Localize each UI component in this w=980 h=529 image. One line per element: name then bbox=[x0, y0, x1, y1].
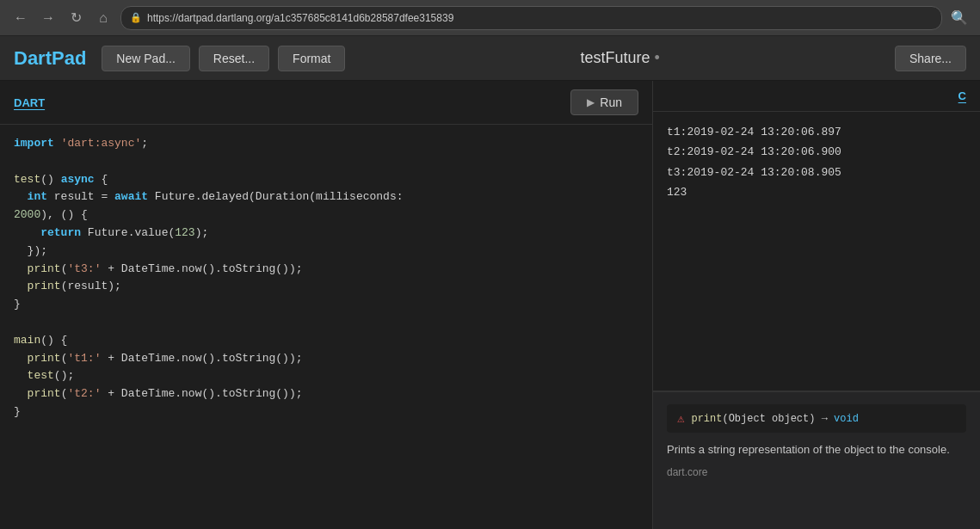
home-button[interactable]: ⌂ bbox=[93, 8, 114, 28]
dart-tab[interactable]: DART bbox=[14, 96, 45, 109]
url-text: https://dartpad.dartlang.org/a1c357685c8… bbox=[147, 12, 453, 24]
share-button[interactable]: Share... bbox=[895, 46, 966, 71]
code-line: 2000), () { bbox=[14, 206, 638, 225]
docs-description: Prints a string representation of the ob… bbox=[667, 441, 966, 459]
code-editor[interactable]: import 'dart:async'; test() async { int … bbox=[0, 125, 652, 529]
code-line: } bbox=[14, 296, 638, 314]
code-panel-header: DART ▶ Run bbox=[0, 81, 652, 125]
code-line: test() async { bbox=[14, 171, 638, 189]
output-line-1: t1:2019-02-24 13:20:06.897 bbox=[667, 122, 966, 142]
new-pad-button[interactable]: New Pad... bbox=[102, 46, 189, 71]
code-line: print(result); bbox=[14, 278, 638, 296]
code-line: int result = await Future.delayed(Durati… bbox=[14, 188, 638, 206]
right-panel: C t1:2019-02-24 13:20:06.897 t2:2019-02-… bbox=[653, 81, 980, 529]
code-line: main() { bbox=[14, 332, 638, 350]
code-line: print('t1:' + DateTime.now().toString())… bbox=[14, 350, 638, 368]
back-button[interactable]: ← bbox=[10, 8, 31, 28]
code-line bbox=[14, 153, 638, 171]
code-line: import 'dart:async'; bbox=[14, 135, 638, 153]
docs-return-type: void bbox=[834, 413, 859, 425]
right-panel-header: C bbox=[653, 81, 980, 112]
refresh-button[interactable]: ↻ bbox=[65, 8, 86, 28]
reset-button[interactable]: Reset... bbox=[199, 46, 269, 71]
code-line: print('t3:' + DateTime.now().toString())… bbox=[14, 261, 638, 279]
code-line: print('t2:' + DateTime.now().toString())… bbox=[14, 385, 638, 403]
browser-search-button[interactable]: 🔍 bbox=[949, 8, 970, 28]
warning-icon: ⚠ bbox=[677, 411, 684, 426]
docs-signature: ⚠ print(Object object) → void bbox=[667, 404, 966, 433]
code-line: return Future.value(123); bbox=[14, 225, 638, 243]
code-panel: DART ▶ Run import 'dart:async'; test() a… bbox=[0, 81, 653, 529]
output-section: t1:2019-02-24 13:20:06.897 t2:2019-02-24… bbox=[653, 112, 980, 391]
code-line: test(); bbox=[14, 367, 638, 385]
app-logo: DartPad bbox=[14, 47, 86, 70]
run-button[interactable]: ▶ Run bbox=[570, 89, 638, 115]
code-line: }); bbox=[14, 243, 638, 261]
docs-section: ⚠ print(Object object) → void Prints a s… bbox=[653, 391, 980, 529]
app-header: DartPad New Pad... Reset... Format testF… bbox=[0, 36, 980, 81]
format-button[interactable]: Format bbox=[278, 46, 345, 71]
document-title: testFuture • bbox=[354, 49, 886, 67]
forward-button[interactable]: → bbox=[38, 8, 59, 28]
output-line-4: 123 bbox=[667, 182, 966, 202]
docs-params: (Object object) bbox=[722, 413, 815, 425]
code-line: } bbox=[14, 403, 638, 421]
output-line-3: t3:2019-02-24 13:20:08.905 bbox=[667, 163, 966, 182]
console-tab[interactable]: C bbox=[958, 89, 966, 102]
code-line bbox=[14, 314, 638, 332]
run-icon: ▶ bbox=[587, 96, 595, 108]
browser-bar: ← → ↻ ⌂ 🔒 https://dartpad.dartlang.org/a… bbox=[0, 0, 980, 36]
docs-package: dart.core bbox=[667, 466, 966, 478]
title-dot: • bbox=[655, 49, 660, 66]
lock-icon: 🔒 bbox=[130, 12, 142, 23]
run-label: Run bbox=[600, 95, 622, 109]
url-bar[interactable]: 🔒 https://dartpad.dartlang.org/a1c357685… bbox=[120, 6, 942, 30]
docs-arrow: → bbox=[822, 413, 828, 425]
main-content: DART ▶ Run import 'dart:async'; test() a… bbox=[0, 81, 980, 529]
docs-signature-text: print(Object object) → void bbox=[691, 413, 858, 425]
docs-fn-name: print bbox=[691, 413, 722, 425]
output-line-2: t2:2019-02-24 13:20:06.900 bbox=[667, 142, 966, 162]
title-text: testFuture bbox=[581, 49, 650, 66]
